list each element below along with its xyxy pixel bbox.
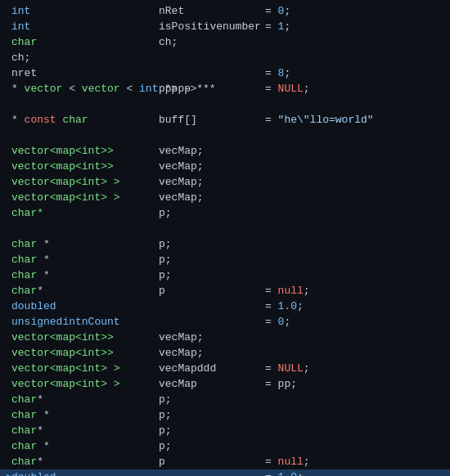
var-col-16: p;: [159, 236, 265, 252]
code-line-1: int nRet = 0;: [0, 3, 450, 19]
code-line-23: vector<map<int>> vecMap;: [0, 345, 450, 361]
type-col-29: char *: [11, 438, 159, 454]
type-col-16: char *: [11, 236, 159, 252]
var-col-6: ppppp: [159, 81, 265, 97]
type-col-13: vector<map<int> >: [11, 190, 159, 205]
type-col-10: vector<map<int>>: [11, 143, 159, 159]
var-col-29: p;: [159, 438, 265, 454]
type-col-24: vector<map<int> >: [11, 361, 159, 376]
type-col-27: char *: [11, 407, 159, 423]
type-col-31: doubled: [11, 469, 159, 476]
var-col-28: p;: [159, 423, 265, 438]
var-col-26: p;: [159, 392, 265, 407]
var-col-12: vecMap;: [159, 174, 265, 190]
code-line-4: ch;: [0, 50, 450, 65]
code-line-11: vector<map<int>> vecMap;: [0, 159, 450, 174]
val-col-8: = "he\"llo=world": [265, 112, 374, 128]
type-col-30: char*: [11, 454, 159, 469]
code-line-21: unsignedintnCount = 0;: [0, 314, 450, 330]
type-col-25: vector<map<int> >: [11, 376, 159, 392]
code-line-6: * vector < vector < int *> ->*** ppppp =…: [0, 81, 450, 97]
type-col-12: vector<map<int> >: [11, 174, 159, 190]
val-col-2: = 1;: [265, 19, 290, 34]
code-line-28: char* p;: [0, 423, 450, 438]
type-col-1: int: [11, 3, 159, 19]
type-col-3: char: [11, 34, 159, 50]
val-col-5: = 8;: [265, 65, 290, 81]
code-line-3: char ch;: [0, 34, 450, 50]
type-col-28: char*: [11, 423, 159, 438]
type-col-22: vector<map<int>>: [11, 330, 159, 345]
code-line-12: vector<map<int> > vecMap;: [0, 174, 450, 190]
var-col-30: p: [159, 454, 265, 469]
code-line-10: vector<map<int>> vecMap;: [0, 143, 450, 159]
type-col-20: doubled: [11, 299, 159, 314]
var-col-8: buff[]: [159, 112, 265, 128]
val-col-24: = NULL;: [265, 361, 310, 376]
var-col-22: vecMap;: [159, 330, 265, 345]
var-col-13: vecMap;: [159, 190, 265, 205]
code-editor: int nRet = 0; int isPositivenumber = 1; …: [0, 0, 450, 476]
type-col-18: char *: [11, 267, 159, 283]
code-line-5: nret = 8;: [0, 65, 450, 81]
code-line-13: vector<map<int> > vecMap;: [0, 190, 450, 205]
var-text-4: ch;: [11, 50, 30, 65]
type-col-14: char*: [11, 205, 159, 221]
type-col-26: char*: [11, 392, 159, 407]
type-col-5: nret: [11, 65, 159, 81]
val-col-19: = null;: [265, 283, 310, 299]
type-col-21: unsignedintnCount: [11, 314, 159, 330]
type-col-19: char*: [11, 283, 159, 299]
val-col-6: = NULL;: [265, 81, 310, 97]
code-line-20: doubled = 1.0;: [0, 299, 450, 314]
code-line-16: char * p;: [0, 236, 450, 252]
code-line-24: vector<map<int> > vecMapddd = NULL;: [0, 361, 450, 376]
var-col-23: vecMap;: [159, 345, 265, 361]
val-col-21: = 0;: [265, 314, 290, 330]
code-line-31: ▶ doubled = 1.0;: [0, 469, 450, 476]
var-col-11: vecMap;: [159, 159, 265, 174]
code-line-empty-2: [0, 128, 450, 143]
val-col-1: = 0;: [265, 3, 290, 19]
code-line-22: vector<map<int>> vecMap;: [0, 330, 450, 345]
code-line-30: char* p = null;: [0, 454, 450, 469]
type-col-17: char *: [11, 252, 159, 267]
type-col-11: vector<map<int>>: [11, 159, 159, 174]
type-col-23: vector<map<int>>: [11, 345, 159, 361]
val-col-25: = pp;: [265, 376, 297, 392]
code-line-2: int isPositivenumber = 1;: [0, 19, 450, 34]
code-line-19: char* p = null;: [0, 283, 450, 299]
type-col-2: int: [11, 19, 159, 34]
var-col-2: isPositivenumber: [159, 19, 265, 34]
type-col-6: * vector < vector < int *> ->***: [11, 81, 159, 97]
code-line-empty-3: [0, 221, 450, 236]
val-col-20: = 1.0;: [265, 299, 304, 314]
code-line-25: vector<map<int> > vecMap = pp;: [0, 376, 450, 392]
var-col-19: p: [159, 283, 265, 299]
var-col-10: vecMap;: [159, 143, 265, 159]
var-col-25: vecMap: [159, 376, 265, 392]
code-line-29: char * p;: [0, 438, 450, 454]
type-col-8: * const char: [11, 112, 159, 128]
code-line-empty-1: [0, 97, 450, 112]
var-col-3: ch;: [159, 34, 265, 50]
val-col-30: = null;: [265, 454, 310, 469]
code-line-17: char * p;: [0, 252, 450, 267]
code-line-18: char * p;: [0, 267, 450, 283]
code-line-14: char* p;: [0, 205, 450, 221]
var-col-1: nRet: [159, 3, 265, 19]
var-col-24: vecMapddd: [159, 361, 265, 376]
var-col-27: p;: [159, 407, 265, 423]
code-line-27: char * p;: [0, 407, 450, 423]
var-col-18: p;: [159, 267, 265, 283]
code-line-8: * const char buff[] = "he\"llo=world": [0, 112, 450, 128]
var-col-17: p;: [159, 252, 265, 267]
var-col-14: p;: [159, 205, 265, 221]
code-line-26: char* p;: [0, 392, 450, 407]
val-col-31: = 1.0;: [265, 469, 304, 476]
